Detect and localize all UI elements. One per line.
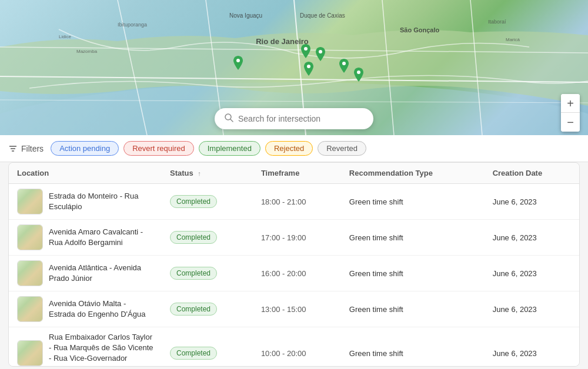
table-row[interactable]: Rua Embaixador Carlos Taylor - Rua Marqu… — [9, 327, 579, 367]
zoom-in-button[interactable]: + — [561, 94, 580, 113]
row-thumbnail — [17, 296, 43, 322]
svg-text:Maricá: Maricá — [506, 37, 520, 42]
col-header-recommendation-type: Recommendation Type — [341, 163, 485, 184]
row-thumbnail — [17, 340, 43, 366]
cell-creation-date: June 6, 2023 — [485, 291, 579, 327]
cell-timeframe: 13:00 - 15:00 — [253, 291, 341, 327]
row-thumbnail — [17, 260, 43, 286]
map-marker-4[interactable] — [303, 62, 315, 76]
zoom-out-button[interactable]: − — [561, 113, 580, 132]
map-marker-2[interactable] — [300, 44, 312, 58]
sort-arrow-status: ↑ — [198, 170, 201, 177]
cell-location: Avenida Amaro Cavalcanti - Rua Adolfo Be… — [9, 220, 162, 256]
svg-point-20 — [304, 47, 308, 51]
filter-bar: Filters Action pending Revert required I… — [0, 135, 588, 162]
timeframe-text: 10:00 - 20:00 — [261, 349, 306, 358]
table-row[interactable]: Avenida Atlântica - Avenida Prado Júnior… — [9, 256, 579, 291]
timeframe-text: 18:00 - 21:00 — [261, 197, 306, 206]
map-area: Rio de Janeiro Ibituporanga Lidice Mazom… — [0, 0, 588, 135]
search-icon — [224, 113, 233, 125]
location-text: Rua Embaixador Carlos Taylor - Rua Marqu… — [49, 332, 153, 367]
cell-location: Estrada do Monteiro - Rua Esculápio — [9, 184, 162, 220]
svg-point-24 — [342, 62, 346, 65]
cell-status: Completed — [162, 291, 253, 327]
cell-status: Completed — [162, 256, 253, 291]
table-row[interactable]: Avenida Otávio Malta - Estrada do Engenh… — [9, 291, 579, 327]
search-container — [215, 108, 373, 129]
cell-recommendation-type: Green time shift — [341, 256, 485, 291]
timeframe-text: 17:00 - 19:00 — [261, 233, 306, 242]
table-body: Estrada do Monteiro - Rua Esculápio Comp… — [9, 184, 579, 367]
cell-creation-date: June 6, 2023 — [485, 256, 579, 291]
cell-recommendation-type: Green time shift — [341, 184, 485, 220]
location-text: Avenida Amaro Cavalcanti - Rua Adolfo Be… — [49, 227, 153, 248]
location-text: Avenida Otávio Malta - Estrada do Engenh… — [49, 298, 153, 320]
filter-chip-rejected[interactable]: Rejected — [265, 141, 313, 156]
timeframe-text: 13:00 - 15:00 — [261, 305, 306, 314]
svg-point-21 — [319, 50, 322, 53]
cell-timeframe: 17:00 - 19:00 — [253, 220, 341, 256]
cell-creation-date: June 6, 2023 — [485, 184, 579, 220]
cell-creation-date: June 6, 2023 — [485, 220, 579, 256]
svg-text:São Gonçalo: São Gonçalo — [400, 26, 440, 33]
status-badge: Completed — [170, 347, 217, 360]
results-table-container: Location Status ↑ Timeframe Recommendati… — [8, 162, 580, 367]
map-marker-5[interactable] — [353, 68, 365, 82]
creation-date-text: June 6, 2023 — [493, 305, 537, 314]
location-text: Estrada do Monteiro - Rua Esculápio — [49, 191, 153, 212]
creation-date-text: June 6, 2023 — [493, 197, 537, 206]
recommendation-type-text: Green time shift — [349, 269, 403, 278]
cell-location: Avenida Atlântica - Avenida Prado Júnior — [9, 256, 162, 291]
cell-timeframe: 10:00 - 20:00 — [253, 327, 341, 367]
map-marker-1[interactable] — [232, 56, 244, 70]
location-text: Avenida Atlântica - Avenida Prado Júnior — [49, 263, 153, 284]
filter-chip-reverted[interactable]: Reverted — [318, 141, 366, 156]
map-marker-3[interactable] — [315, 47, 326, 61]
filter-chip-action-pending[interactable]: Action pending — [51, 141, 119, 156]
svg-text:Ibituporanga: Ibituporanga — [118, 22, 147, 28]
svg-point-23 — [357, 71, 360, 74]
col-header-status[interactable]: Status ↑ — [162, 163, 253, 184]
creation-date-text: June 6, 2023 — [493, 349, 537, 358]
recommendation-type-text: Green time shift — [349, 349, 403, 358]
filters-label-group: Filters — [8, 144, 44, 153]
cell-status: Completed — [162, 327, 253, 367]
svg-line-26 — [230, 119, 233, 122]
svg-point-19 — [236, 59, 240, 62]
cell-recommendation-type: Green time shift — [341, 327, 485, 367]
cell-recommendation-type: Green time shift — [341, 220, 485, 256]
filter-chip-implemented[interactable]: Implemented — [199, 141, 260, 156]
cell-creation-date: June 6, 2023 — [485, 327, 579, 367]
status-badge: Completed — [170, 267, 217, 280]
table-row[interactable]: Estrada do Monteiro - Rua Esculápio Comp… — [9, 184, 579, 220]
filters-label: Filters — [21, 144, 44, 153]
map-marker-6[interactable] — [338, 59, 350, 73]
table-row[interactable]: Avenida Amaro Cavalcanti - Rua Adolfo Be… — [9, 220, 579, 256]
status-badge: Completed — [170, 303, 217, 316]
recommendation-type-text: Green time shift — [349, 197, 403, 206]
status-badge: Completed — [170, 231, 217, 244]
col-header-timeframe: Timeframe — [253, 163, 341, 184]
cell-timeframe: 18:00 - 21:00 — [253, 184, 341, 220]
col-header-location: Location — [9, 163, 162, 184]
timeframe-text: 16:00 - 20:00 — [261, 269, 306, 278]
table-header-row: Location Status ↑ Timeframe Recommendati… — [9, 163, 579, 184]
svg-text:Itaboraí: Itaboraí — [488, 19, 506, 25]
cell-timeframe: 16:00 - 20:00 — [253, 256, 341, 291]
cell-status: Completed — [162, 184, 253, 220]
svg-text:Nova Iguaçu: Nova Iguaçu — [229, 12, 262, 19]
svg-text:Duque de Caxias: Duque de Caxias — [300, 12, 345, 19]
creation-date-text: June 6, 2023 — [493, 269, 537, 278]
row-thumbnail — [17, 189, 43, 214]
zoom-controls: + − — [561, 94, 580, 132]
filter-chip-revert-required[interactable]: Revert required — [123, 141, 194, 156]
filter-icon — [8, 144, 18, 153]
row-thumbnail — [17, 224, 43, 250]
cell-status: Completed — [162, 220, 253, 256]
creation-date-text: June 6, 2023 — [493, 233, 537, 242]
results-table: Location Status ↑ Timeframe Recommendati… — [9, 163, 579, 367]
cell-location: Rua Embaixador Carlos Taylor - Rua Marqu… — [9, 327, 162, 367]
search-input[interactable] — [238, 114, 364, 123]
col-header-creation-date: Creation Date — [485, 163, 579, 184]
svg-text:Lidice: Lidice — [59, 34, 71, 39]
